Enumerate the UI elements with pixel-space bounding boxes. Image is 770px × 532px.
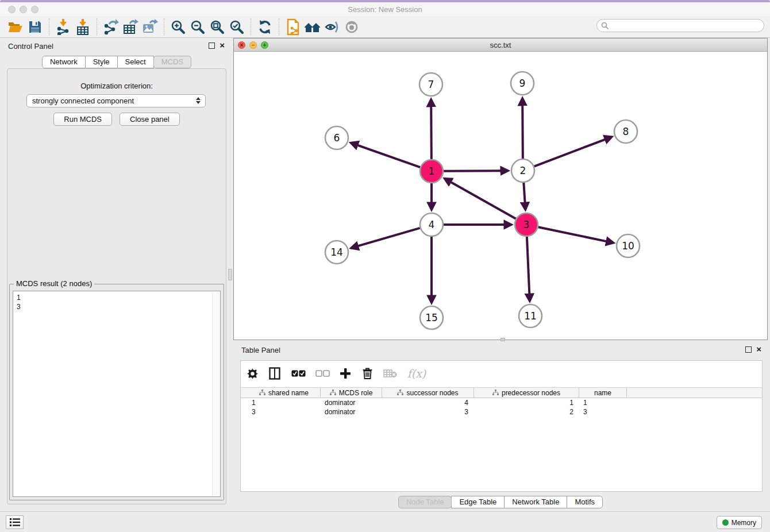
save-session-button[interactable] <box>25 18 45 36</box>
import-network-button[interactable] <box>53 18 73 36</box>
table-panel: Table Panel × <box>233 342 768 510</box>
run-mcds-button[interactable]: Run MCDS <box>53 113 112 126</box>
column-header-shared-name[interactable]: shared name <box>248 388 321 398</box>
table-cell[interactable]: dominator <box>321 398 382 407</box>
search-box[interactable] <box>596 19 764 32</box>
tab-node-table[interactable]: Node Table <box>398 496 452 508</box>
fit-content-button[interactable] <box>207 18 227 36</box>
close-panel-button[interactable]: Close panel <box>120 113 180 126</box>
hide-selected-button[interactable] <box>322 18 342 36</box>
export-table-button[interactable] <box>121 18 140 36</box>
column-header-name[interactable]: name <box>579 388 627 398</box>
window-title: Session: New Session <box>0 5 770 14</box>
column-header-predecessor-nodes[interactable]: predecessor nodes <box>474 388 579 398</box>
edge-1-6[interactable] <box>356 145 420 167</box>
result-scrollbar[interactable] <box>212 292 220 496</box>
close-icon[interactable]: × <box>756 344 761 354</box>
node-14[interactable]: 14 <box>325 241 348 264</box>
network-view-window: × – + scc.txt 7968124314101511 <box>233 38 768 340</box>
edge-1-7[interactable] <box>431 105 432 159</box>
node-6[interactable]: 6 <box>325 126 348 149</box>
node-4[interactable]: 4 <box>420 213 443 236</box>
search-input[interactable] <box>609 21 764 31</box>
zoom-selected-button[interactable] <box>227 18 247 36</box>
tab-select[interactable]: Select <box>117 56 154 68</box>
show-all-button[interactable] <box>342 18 361 36</box>
tab-style[interactable]: Style <box>85 56 118 68</box>
clone-network-button[interactable] <box>283 18 303 36</box>
node-2[interactable]: 2 <box>511 159 534 182</box>
tab-mcds[interactable]: MCDS <box>153 56 191 68</box>
node-9[interactable]: 9 <box>511 72 534 95</box>
first-neighbors-button[interactable] <box>303 18 322 36</box>
network-canvas[interactable]: 7968124314101511 <box>234 52 767 340</box>
apply-layout-button[interactable] <box>255 18 275 36</box>
table-row[interactable]: 1dominator411 <box>241 398 762 407</box>
edge-1-2[interactable] <box>444 171 502 171</box>
tab-motifs[interactable]: Motifs <box>567 496 603 508</box>
node-11[interactable]: 11 <box>519 304 542 327</box>
zoom-selected-icon <box>229 20 244 34</box>
float-window-icon[interactable] <box>209 43 215 49</box>
column-layout-button[interactable] <box>267 364 282 383</box>
select-all-button[interactable] <box>290 364 306 383</box>
table-cell[interactable]: 4 <box>382 398 474 407</box>
edge-2-3[interactable] <box>523 183 525 204</box>
control-panel: Control Panel × NetworkStyleSelectMCDS O… <box>2 38 231 510</box>
optimization-criterion-select[interactable]: strongly connected component <box>26 94 206 107</box>
selected-option: strongly connected component <box>32 97 134 105</box>
tab-network[interactable]: Network <box>42 56 86 68</box>
edge-2-9[interactable] <box>522 104 523 159</box>
zoom-out-button[interactable] <box>188 18 207 36</box>
import-table-button[interactable] <box>73 18 93 36</box>
table-cell[interactable]: 1 <box>248 398 321 407</box>
gear-icon <box>247 368 258 379</box>
column-header-MCDS-role[interactable]: MCDS role <box>321 388 382 398</box>
add-row-button[interactable] <box>338 364 352 383</box>
delete-table-button[interactable] <box>382 364 398 383</box>
edge-4-14[interactable] <box>357 228 420 246</box>
table-cell[interactable]: 1 <box>579 398 627 407</box>
hierarchy-icon <box>492 390 499 396</box>
export-image-button[interactable] <box>140 18 160 36</box>
table-row[interactable]: 3dominator323 <box>241 407 762 417</box>
table-cell[interactable]: 2 <box>474 407 579 417</box>
zoom-out-icon <box>190 20 205 34</box>
table-cell[interactable]: 3 <box>248 407 321 417</box>
tab-edge-table[interactable]: Edge Table <box>451 496 505 508</box>
column-header-successor-nodes[interactable]: successor nodes <box>382 388 474 398</box>
optimization-criterion-label: Optimization criterion: <box>7 82 226 90</box>
edge-3-1[interactable] <box>449 182 515 219</box>
node-15[interactable]: 15 <box>420 306 443 329</box>
equation-builder-button[interactable]: f(x) <box>406 364 427 383</box>
table-cell[interactable]: 3 <box>382 407 474 417</box>
node-7[interactable]: 7 <box>419 73 442 96</box>
panel-splitter-handle[interactable] <box>228 269 232 280</box>
edge-2-8[interactable] <box>534 139 607 167</box>
table-cell[interactable]: dominator <box>321 407 382 417</box>
control-panel-title: Control Panel <box>8 42 53 51</box>
open-file-button[interactable] <box>6 18 25 36</box>
zoom-in-button[interactable] <box>168 18 188 36</box>
node-1[interactable]: 1 <box>420 160 443 183</box>
table-settings-button[interactable] <box>245 364 259 383</box>
network-window-titlebar[interactable]: × – + scc.txt <box>234 38 767 52</box>
delete-row-button[interactable] <box>360 364 374 383</box>
command-panel-button[interactable] <box>6 515 24 529</box>
float-window-icon[interactable] <box>745 346 752 353</box>
edge-3-10[interactable] <box>538 227 608 241</box>
close-icon[interactable]: × <box>220 40 225 51</box>
table-cell[interactable]: 1 <box>474 398 579 407</box>
table-cell[interactable]: 3 <box>579 407 627 417</box>
view-resize-grip[interactable] <box>500 338 505 341</box>
plus-icon <box>340 368 351 379</box>
memory-button[interactable]: Memory <box>717 516 762 529</box>
node-8[interactable]: 8 <box>614 120 637 143</box>
tab-network-table[interactable]: Network Table <box>504 496 567 508</box>
node-10[interactable]: 10 <box>617 234 640 257</box>
export-network-button[interactable] <box>101 18 121 36</box>
node-3[interactable]: 3 <box>515 213 538 236</box>
deselect-all-button[interactable] <box>314 364 330 383</box>
edge-3-11[interactable] <box>527 237 529 295</box>
result-line: 3 <box>13 302 220 311</box>
